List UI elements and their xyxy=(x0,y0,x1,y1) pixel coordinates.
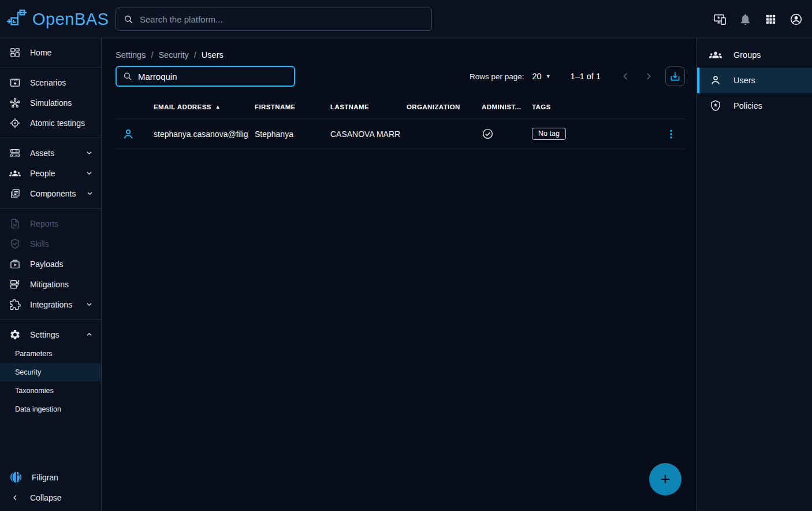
sidebar-item-label: Reports xyxy=(30,219,58,228)
global-search[interactable] xyxy=(116,8,432,31)
breadcrumb-separator: / xyxy=(151,50,153,60)
collapse-label: Collapse xyxy=(30,493,61,502)
sidebar-item-simulations[interactable]: Simulations xyxy=(0,92,101,113)
topbar: OpenBAS xyxy=(0,0,812,38)
sort-asc-icon: ▲ xyxy=(215,104,221,110)
pagination-range: 1–1 of 1 xyxy=(571,72,601,81)
cell-actions xyxy=(657,128,685,140)
notifications-button[interactable] xyxy=(737,12,753,27)
sidebar-item-payloads[interactable]: Payloads xyxy=(0,254,101,274)
policy-shield-icon xyxy=(709,99,722,112)
tab-label: Policies xyxy=(733,101,762,110)
column-header-organization[interactable]: ORGANIZATION xyxy=(401,103,476,110)
sidebar-subitem-security[interactable]: Security xyxy=(0,363,101,382)
pagination-controls: Rows per page: 20 ▼ 1–1 of 1 xyxy=(470,66,685,86)
sidebar-item-home[interactable]: Home xyxy=(0,42,101,62)
users-table: EMAIL ADDRESS ▲ FIRSTNAME LASTNAME ORGAN… xyxy=(116,95,685,149)
caret-down-icon: ▼ xyxy=(546,73,551,79)
sidebar-item-label: Integrations xyxy=(30,300,72,309)
divider xyxy=(0,67,101,68)
dynamic-form-icon xyxy=(9,279,21,290)
collapse-sidebar-button[interactable]: Collapse xyxy=(0,487,101,508)
breadcrumb-current: Users xyxy=(202,50,224,60)
sidebar-subitem-data-ingestion[interactable]: Data ingestion xyxy=(0,400,101,419)
dashboard-icon xyxy=(9,47,21,58)
tab-policies[interactable]: Policies xyxy=(697,93,812,119)
sidebar-item-integrations[interactable]: Integrations xyxy=(0,294,101,314)
column-label: FIRSTNAME xyxy=(255,103,296,110)
tab-groups[interactable]: Groups xyxy=(697,42,812,68)
groups-icon xyxy=(9,168,21,179)
sidebar-item-label: Payloads xyxy=(30,260,64,269)
tab-label: Groups xyxy=(733,50,761,60)
chevron-down-icon xyxy=(85,188,95,198)
chevron-down-icon xyxy=(84,148,94,158)
apps-grid-icon xyxy=(764,13,777,26)
chevron-down-icon xyxy=(84,168,94,178)
sidebar-subitem-parameters[interactable]: Parameters xyxy=(0,345,101,363)
check-circle-icon xyxy=(482,128,494,140)
cell-email: stephanya.casanova@filig... xyxy=(148,129,249,139)
sidebar-item-skills[interactable]: Skills xyxy=(0,234,101,254)
previous-page-button[interactable] xyxy=(617,68,634,85)
sidebar-item-reports[interactable]: Reports xyxy=(0,213,101,234)
cell-firstname: Stephanya xyxy=(249,129,325,139)
row-avatar-cell xyxy=(116,127,148,141)
sidebar-item-label: Atomic testings xyxy=(30,119,85,128)
filigran-brand-link[interactable]: Filigran xyxy=(0,467,101,487)
report-doc-icon xyxy=(9,218,21,229)
row-menu-button[interactable] xyxy=(665,128,677,140)
column-header-email[interactable]: EMAIL ADDRESS ▲ xyxy=(148,103,249,110)
sidebar-item-settings[interactable]: Settings xyxy=(0,324,101,345)
sidebar-item-mitigations[interactable]: Mitigations xyxy=(0,274,101,294)
rows-per-page-select[interactable]: 20 ▼ xyxy=(532,72,551,81)
export-button[interactable] xyxy=(665,66,685,86)
cell-tags: No tag xyxy=(526,128,657,140)
breadcrumb: Settings / Security / Users xyxy=(116,50,683,60)
next-page-button[interactable] xyxy=(640,68,657,85)
person-icon xyxy=(709,74,722,87)
global-search-input[interactable] xyxy=(140,14,424,24)
puzzle-icon xyxy=(9,299,21,310)
account-button[interactable] xyxy=(788,12,804,27)
sidebar-item-label: Home xyxy=(30,48,51,57)
sidebar-item-components[interactable]: Components xyxy=(0,183,101,203)
breadcrumb-separator: / xyxy=(194,50,196,60)
breadcrumb-security[interactable]: Security xyxy=(158,50,188,60)
table-row[interactable]: stephanya.casanova@filig... Stephanya CA… xyxy=(116,119,685,149)
filter-search-field[interactable] xyxy=(116,66,295,87)
sidebar-subitem-label: Taxonomies xyxy=(15,387,54,395)
column-header-firstname[interactable]: FIRSTNAME xyxy=(249,103,325,110)
chevron-up-icon xyxy=(84,329,94,339)
column-label: ADMINIST... xyxy=(482,103,521,110)
sidebar-item-people[interactable]: People xyxy=(0,163,101,183)
download-icon xyxy=(669,71,681,82)
cell-lastname: CASANOVA MARR... xyxy=(325,129,401,139)
tag-chip: No tag xyxy=(532,128,566,140)
column-header-administrator[interactable]: ADMINIST... xyxy=(476,103,526,110)
sidebar-item-label: Settings xyxy=(30,330,59,339)
cell-administrator xyxy=(476,128,526,140)
sidebar-subitem-taxonomies[interactable]: Taxonomies xyxy=(0,382,101,400)
search-icon xyxy=(123,14,134,25)
right-sidebar: Groups Users Policies xyxy=(696,38,812,511)
filter-search-input[interactable] xyxy=(138,72,288,82)
brand-label: Filigran xyxy=(32,473,58,482)
sidebar-item-scenarios[interactable]: Scenarios xyxy=(0,72,101,92)
column-header-tags[interactable]: TAGS xyxy=(526,103,657,110)
groups-icon xyxy=(709,49,722,61)
apps-button[interactable] xyxy=(763,12,779,27)
agents-devices-button[interactable] xyxy=(712,12,728,27)
column-header-lastname[interactable]: LASTNAME xyxy=(325,103,401,110)
sidebar-subitem-label: Parameters xyxy=(15,350,53,358)
sidebar-item-label: Simulations xyxy=(30,98,72,108)
breadcrumb-settings[interactable]: Settings xyxy=(116,50,146,60)
tab-users[interactable]: Users xyxy=(697,68,812,93)
sidebar-item-label: People xyxy=(30,169,55,178)
sidebar-item-assets[interactable]: Assets xyxy=(0,143,101,163)
sidebar-item-atomic-testings[interactable]: Atomic testings xyxy=(0,113,101,133)
sidebar-item-label: Scenarios xyxy=(30,78,66,87)
app-logo[interactable]: OpenBAS xyxy=(6,0,109,38)
openbas-logo-icon xyxy=(6,8,28,30)
add-user-fab[interactable]: + xyxy=(649,463,681,495)
